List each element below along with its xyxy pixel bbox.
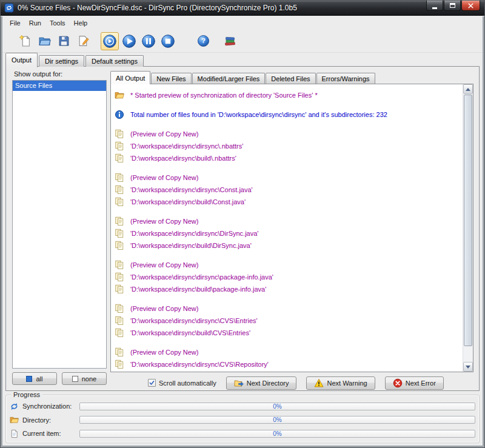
help-button[interactable]: ?	[194, 32, 212, 50]
folder-icon	[10, 415, 19, 424]
scrollbar-thumb[interactable]	[464, 95, 472, 346]
next-error-button[interactable]: Next Error	[385, 376, 444, 390]
tab-output[interactable]: Output	[5, 53, 38, 67]
tab-all-output[interactable]: All Output	[110, 71, 150, 84]
button-label: Next Error	[406, 379, 436, 387]
about-button[interactable]	[221, 32, 239, 50]
progress-value: 0%	[273, 416, 281, 423]
copy-icon	[115, 272, 124, 282]
warning-icon	[314, 378, 324, 388]
next-directory-button[interactable]: Next Directory	[226, 376, 297, 390]
menu-file[interactable]: File	[5, 18, 25, 28]
output-line: 'D:\workspace\dirsync\dirsync\DirSync.ja…	[115, 227, 463, 239]
tab-new-files[interactable]: New Files	[151, 73, 191, 84]
output-text: 'D:\workspace\dirsync\dirsync\CVS\Entrie…	[130, 317, 258, 324]
stop-icon	[161, 34, 175, 48]
output-text: 'D:\workspace\dirsync\build\.nbattrs'	[130, 155, 236, 162]
stop-button[interactable]	[159, 32, 177, 50]
scroll-automatically-checkbox[interactable]: Scroll automatically	[148, 379, 216, 387]
output-text: (Preview of Copy New)	[130, 218, 198, 225]
output-text: (Preview of Copy New)	[130, 261, 198, 269]
output-filter-tabs: All OutputNew FilesModified/Larger Files…	[110, 71, 376, 84]
menu-tools[interactable]: Tools	[45, 18, 70, 28]
tab-errors-warnings[interactable]: Errors/Warnings	[316, 73, 375, 84]
copy-icon	[115, 216, 124, 226]
menubar: FileRunToolsHelp	[2, 16, 483, 30]
output-text: 'D:\workspace\dirsync\dirsync\.nbattrs'	[130, 142, 243, 150]
tab-dir-settings[interactable]: Dir settings	[39, 55, 84, 67]
progress-bar: 0%	[79, 430, 475, 438]
output-line: 'D:\workspace\dirsync\build\.nbattrs'	[115, 152, 463, 164]
file-icon	[10, 429, 19, 438]
output-text: (Preview of Copy New)	[130, 130, 198, 138]
output-line: 'D:\workspace\dirsync\build\DirSync.java…	[115, 239, 463, 252]
preview-icon	[102, 34, 117, 48]
error-icon	[393, 378, 403, 388]
scroll-down-button[interactable]	[463, 362, 473, 372]
next-buttons: Next Directory Next Warning Next Error	[226, 376, 444, 390]
copy-icon	[115, 347, 124, 357]
tab-deleted-files[interactable]: Deleted Files	[266, 73, 315, 84]
output-line: (Preview of Copy New)	[115, 346, 463, 358]
output-section: (Preview of Copy New)'D:\workspace\dirsy…	[115, 259, 463, 295]
select-all-button[interactable]: all	[12, 372, 57, 385]
progress-row-synchronization: Synchronization: 0%	[10, 401, 475, 411]
progress-row-directory: Directory: 0%	[10, 415, 475, 425]
window-body: FileRunToolsHelp ? OutputDir settingsDef…	[1, 16, 484, 447]
output-source-list[interactable]: Source Files	[12, 80, 107, 369]
output-section: Total number of files found in 'D:\works…	[115, 109, 463, 121]
output-text: 'D:\workspace\dirsync\build\DirSync.java…	[130, 242, 252, 249]
progress-row-current-item: Current item: 0%	[10, 429, 475, 438]
list-item-source-files[interactable]: Source Files	[13, 81, 106, 91]
pause-button[interactable]	[139, 32, 158, 50]
filled-checkbox-icon	[26, 376, 32, 382]
arrow-up-icon	[466, 88, 470, 91]
select-none-button[interactable]: none	[62, 372, 107, 385]
output-text: 'D:\workspace\dirsync\build\Const.java'	[130, 198, 246, 206]
about-icon	[224, 35, 236, 47]
next-warning-button[interactable]: Next Warning	[306, 376, 375, 390]
tab-default-settings[interactable]: Default settings	[85, 55, 144, 67]
output-text: (Preview of Copy New)	[130, 349, 198, 356]
new-file-button[interactable]	[16, 32, 34, 50]
show-output-for-label: Show output for:	[14, 70, 62, 78]
run-button[interactable]	[120, 32, 138, 50]
progress-label: Directory:	[22, 416, 76, 424]
save-button[interactable]	[55, 32, 73, 50]
help-icon: ?	[197, 35, 210, 47]
progress-group-title: Progress	[11, 391, 42, 398]
vertical-scrollbar[interactable]	[463, 84, 473, 372]
output-line: 'D:\workspace\dirsync\dirsync\.nbattrs'	[115, 140, 463, 152]
tab-modified-larger-files[interactable]: Modified/Larger Files	[192, 73, 266, 84]
output-area: * Started preview of synchronization of …	[110, 84, 473, 372]
progress-group: Progress Synchronization: 0% Directory:	[5, 395, 480, 443]
maximize-button[interactable]	[444, 1, 461, 11]
menu-run[interactable]: Run	[25, 18, 45, 28]
output-line: 'D:\workspace\dirsync\dirsync\CVS\Entrie…	[115, 315, 463, 327]
output-section: (Preview of Copy New)'D:\workspace\dirsy…	[115, 215, 463, 252]
output-text: 'D:\workspace\dirsync\dirsync\Const.java…	[130, 186, 253, 193]
output-line: (Preview of Copy New)	[115, 215, 463, 227]
main-tabs: OutputDir settingsDefault settings	[5, 53, 145, 67]
scroll-up-button[interactable]	[463, 84, 473, 94]
titlebar[interactable]: 0% Source Files - NewDirSyncFile.dsc - D…	[1, 1, 484, 16]
minimize-icon	[432, 7, 437, 9]
open-button[interactable]	[35, 32, 53, 50]
output-section: (Preview of Copy New)'D:\workspace\dirsy…	[115, 172, 463, 208]
output-line: (Preview of Copy New)	[115, 128, 463, 140]
empty-checkbox-icon	[72, 376, 78, 382]
info-icon	[115, 110, 124, 119]
copy-icon	[115, 197, 124, 207]
progress-label: Synchronization:	[22, 403, 76, 410]
edit-button[interactable]	[74, 32, 92, 50]
minimize-button[interactable]	[426, 1, 443, 11]
button-label: Next Directory	[247, 379, 289, 387]
output-line: 'D:\workspace\dirsync\build\CVS\Entries'	[115, 327, 463, 339]
output-log: * Started preview of synchronization of …	[111, 84, 463, 372]
output-line: (Preview of Copy New)	[115, 172, 463, 184]
checkbox-check-icon	[148, 379, 156, 387]
copy-icon	[115, 241, 124, 250]
menu-help[interactable]: Help	[70, 18, 92, 28]
close-button[interactable]	[461, 1, 480, 11]
preview-button[interactable]	[101, 32, 119, 50]
